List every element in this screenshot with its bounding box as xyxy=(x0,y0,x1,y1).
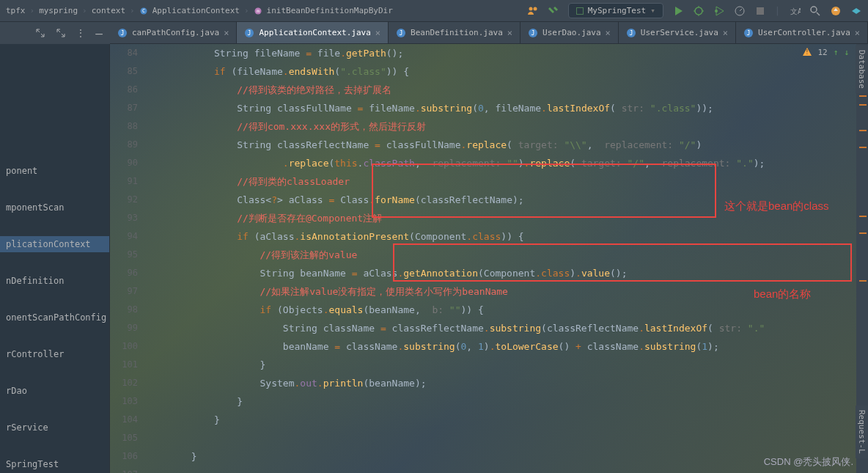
svg-text:文A: 文A xyxy=(790,7,801,15)
editor-tab[interactable]: JUserController.java× xyxy=(736,22,868,43)
prev-highlight-icon[interactable]: ↑ xyxy=(834,48,839,57)
run-config-icon xyxy=(576,7,584,15)
collapse-in-icon[interactable] xyxy=(35,28,45,38)
project-tree-item[interactable]: mponentScan xyxy=(0,199,109,216)
svg-text:J: J xyxy=(629,30,633,37)
close-icon[interactable]: × xyxy=(606,28,611,38)
svg-text:J: J xyxy=(121,30,125,37)
project-tree-item[interactable]: rController xyxy=(0,346,109,362)
svg-point-4 xyxy=(529,7,532,10)
sync-icon[interactable] xyxy=(830,5,842,17)
svg-text:J: J xyxy=(400,30,403,37)
breadcrumb-item[interactable]: ApplicationContext xyxy=(152,6,240,15)
svg-point-6 xyxy=(695,7,702,15)
svg-text:J: J xyxy=(532,30,535,37)
translate-icon[interactable]: 文A xyxy=(789,5,801,17)
close-icon[interactable]: × xyxy=(224,28,229,38)
tab-label: BeanDefinition.java xyxy=(411,28,503,37)
settings-icon[interactable] xyxy=(850,5,862,17)
svg-text:!: ! xyxy=(805,49,809,56)
search-icon[interactable] xyxy=(809,5,821,17)
svg-rect-9 xyxy=(757,7,764,15)
svg-point-11 xyxy=(811,7,817,12)
minimize-icon[interactable]: — xyxy=(95,26,103,40)
run-config-selector[interactable]: MySpringTest ▾ xyxy=(568,3,663,18)
users-icon[interactable] xyxy=(527,5,539,17)
coverage-icon[interactable] xyxy=(713,5,725,17)
project-tree-item[interactable]: rService xyxy=(0,419,109,436)
close-icon[interactable]: × xyxy=(375,28,380,38)
expand-out-icon[interactable] xyxy=(56,28,66,38)
editor-tab[interactable]: JApplicationContext.java× xyxy=(237,22,389,43)
project-tree-item[interactable]: ponent xyxy=(0,163,109,179)
run-icon[interactable] xyxy=(672,5,684,17)
inspection-status[interactable]: ! 12 ↑ ↓ xyxy=(802,47,850,57)
run-config-name: MySpringTest xyxy=(588,6,646,15)
svg-point-5 xyxy=(533,7,537,10)
breadcrumb[interactable]: tpfx› myspring› context› C ApplicationCo… xyxy=(6,6,393,15)
editor-tab[interactable]: JUserDao.java× xyxy=(521,22,619,43)
class-icon: C xyxy=(139,7,148,15)
debug-icon[interactable] xyxy=(693,5,705,17)
close-icon[interactable]: × xyxy=(723,28,728,38)
tab-label: canPathConfig.java xyxy=(132,28,219,37)
more-icon[interactable]: ⋮ xyxy=(76,28,85,38)
project-tree-item[interactable]: onentScanPathConfig xyxy=(0,309,109,326)
warning-count: 12 xyxy=(818,48,828,57)
svg-text:J: J xyxy=(248,30,251,37)
project-tree-item[interactable]: plicationContext xyxy=(0,236,109,252)
warning-icon: ! xyxy=(802,47,812,57)
project-tree-item[interactable]: nDefinition xyxy=(0,273,109,289)
close-icon[interactable]: × xyxy=(855,28,860,38)
breadcrumb-item[interactable]: initBeanDefinitionMapByDir xyxy=(267,6,393,15)
method-icon: m xyxy=(254,7,262,15)
project-tree-item[interactable]: SpringTest xyxy=(0,456,109,472)
stop-icon[interactable] xyxy=(754,5,766,17)
close-icon[interactable]: × xyxy=(507,28,512,38)
breadcrumb-item[interactable]: tpfx xyxy=(6,6,26,15)
tab-label: UserController.java xyxy=(758,28,850,37)
tab-label: UserService.java xyxy=(641,28,718,37)
java-file-icon: J xyxy=(743,28,754,38)
java-file-icon: J xyxy=(244,28,254,38)
tab-label: UserDao.java xyxy=(542,28,600,37)
next-highlight-icon[interactable]: ↓ xyxy=(844,48,849,57)
svg-point-7 xyxy=(715,10,718,12)
code-area[interactable]: String fileName = file.getPath(); if (fi… xyxy=(145,44,853,473)
editor-tab[interactable]: JBeanDefinition.java× xyxy=(389,22,521,43)
watermark: CSDN @秃头披风侠. xyxy=(764,455,853,469)
minimap[interactable] xyxy=(858,44,868,473)
editor-tab[interactable]: JUserService.java× xyxy=(619,22,736,43)
java-file-icon: J xyxy=(626,28,636,38)
svg-text:C: C xyxy=(142,8,145,14)
project-tree-item[interactable]: rDao xyxy=(0,383,109,399)
hammer-icon[interactable] xyxy=(548,5,559,17)
java-file-icon: J xyxy=(396,28,406,38)
project-tree[interactable]: ponentmponentScanplicationContextnDefini… xyxy=(0,44,110,473)
annotation-text-1: 这个就是bean的class xyxy=(724,199,829,213)
editor-tab[interactable]: JcanPathConfig.java× xyxy=(110,22,237,43)
svg-text:m: m xyxy=(257,8,260,13)
tab-label: ApplicationContext.java xyxy=(259,28,370,37)
annotation-text-2: bean的名称 xyxy=(754,287,811,301)
left-panel-tools: ⋮ — xyxy=(0,22,110,44)
java-file-icon: J xyxy=(528,28,538,38)
breadcrumb-item[interactable]: myspring xyxy=(39,6,78,15)
profile-icon[interactable] xyxy=(734,5,746,17)
line-gutter[interactable]: 8485868788899091929394959697989910010110… xyxy=(110,44,145,473)
java-file-icon: J xyxy=(117,28,128,38)
svg-text:J: J xyxy=(747,30,751,37)
code-editor[interactable]: ! 12 ↑ ↓ 8485868788899091929394959697989… xyxy=(110,44,868,473)
top-toolbar: tpfx› myspring› context› C ApplicationCo… xyxy=(0,0,868,22)
editor-tabs: JcanPathConfig.java×JApplicationContext.… xyxy=(0,22,868,44)
breadcrumb-item[interactable]: context xyxy=(92,6,125,15)
